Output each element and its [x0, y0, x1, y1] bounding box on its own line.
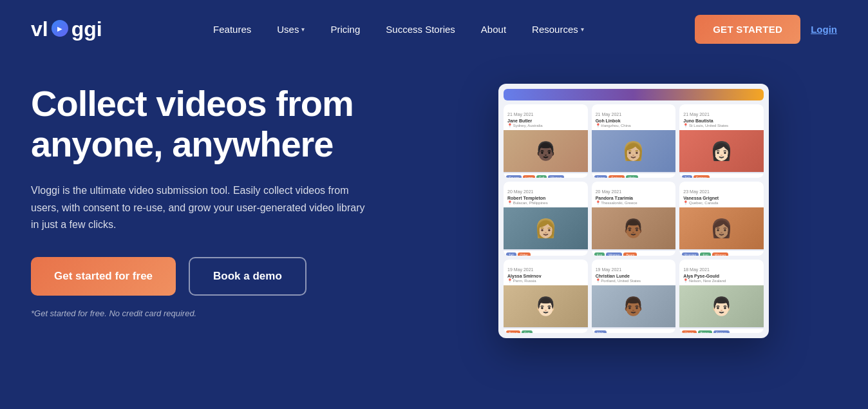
card-8-thumb: 👨🏾	[592, 285, 676, 327]
hero-content: Collect videos from anyone, anywhere Vlo…	[31, 84, 392, 318]
card-4-name: Robert Templeton	[507, 196, 584, 200]
card-6-name: Vanessa Grignet	[683, 196, 760, 200]
card-3-location: 📍 St Louis, United States	[683, 123, 760, 128]
video-card-8: 19 May 2021 Christian Lunde 📍 Portland, …	[592, 260, 676, 333]
hero-title: Collect videos from anyone, anywhere	[31, 84, 392, 164]
hero-section: Collect videos from anyone, anywhere Vlo…	[0, 58, 868, 409]
card-3-name: Juno Bautista	[683, 119, 760, 123]
logo-play-icon: ▶	[57, 25, 62, 32]
card-6-info: 23 May 2021 Vanessa Grignet 📍 Quebec, Ca…	[679, 182, 764, 207]
header: vl ▶ ggi Features Uses ▾ Pricing Success…	[0, 0, 868, 58]
card-9-tags: Dippin Bonus Serious	[679, 328, 764, 333]
card-2-thumb: 👩🏼	[592, 130, 676, 172]
card-3-info: 21 May 2021 Juno Bautista 📍 St Louis, Un…	[679, 104, 764, 130]
video-card-3: 21 May 2021 Juno Bautista 📍 St Louis, Un…	[679, 104, 764, 178]
card-5-thumb: 👨🏾	[592, 207, 676, 249]
card-9-thumb: 👨🏻	[679, 285, 764, 327]
video-card-6: 23 May 2021 Vanessa Grignet 📍 Quebec, Ca…	[679, 182, 764, 255]
card-1-tags: Square Long Full Woman	[504, 173, 588, 178]
card-5-name: Pandora Tzarimia	[596, 196, 672, 200]
logo-text-end: ggi	[71, 17, 102, 41]
top-banner	[504, 89, 764, 100]
login-button[interactable]: Login	[811, 24, 837, 35]
main-nav: Features Uses ▾ Pricing Success Stories …	[203, 19, 594, 40]
logo-text: vl	[31, 17, 48, 41]
get-started-button[interactable]: GET STARTED	[695, 15, 800, 44]
video-card-9: 18 May 2021 Alya Pyse-Gould 📍 Nelson, Ne…	[679, 260, 764, 333]
card-7-name: Alyssa Smirnov	[507, 274, 584, 278]
card-4-thumb: 👩🏼	[504, 207, 588, 249]
nav-pricing[interactable]: Pricing	[320, 19, 370, 40]
video-card-4: 20 May 2021 Robert Templeton 📍 Bulacan, …	[504, 182, 588, 255]
get-started-free-button[interactable]: Get started for free	[31, 257, 176, 296]
card-5-location: 📍 Thessaloniki, Greece	[596, 200, 672, 205]
card-2-tags: Asian Serious Male	[592, 173, 676, 178]
nav-features[interactable]: Features	[203, 19, 261, 40]
video-card-2: 21 May 2021 Goh Linbok 📍 Hangzhou, China…	[592, 104, 676, 178]
card-4-info: 20 May 2021 Robert Templeton 📍 Bulacan, …	[504, 182, 588, 207]
nav-about[interactable]: About	[471, 19, 516, 40]
nav-uses[interactable]: Uses ▾	[267, 19, 315, 40]
hero-mockup: 21 May 2021 Jane Butler 📍 Sydney, Austra…	[430, 84, 837, 338]
card-4-location: 📍 Bulacan, Philippines	[507, 200, 584, 205]
resources-chevron-icon: ▾	[581, 26, 584, 33]
card-2-name: Goh Linbok	[596, 119, 672, 123]
card-9-name: Alya Pyse-Gould	[683, 274, 760, 278]
card-5-info: 20 May 2021 Pandora Tzarimia 📍 Thessalon…	[592, 182, 676, 207]
card-3-thumb: 👩🏻	[679, 130, 764, 172]
card-1-info: 21 May 2021 Jane Butler 📍 Sydney, Austra…	[504, 104, 588, 130]
card-1-thumb: 👨🏿	[504, 130, 588, 172]
card-2-info: 21 May 2021 Goh Linbok 📍 Hangzhou, China	[592, 104, 676, 130]
card-8-location: 📍 Portland, United States	[596, 278, 672, 283]
book-demo-button[interactable]: Book a demo	[189, 257, 307, 296]
card-1-name: Jane Butler	[507, 119, 584, 123]
video-card-7: 19 May 2021 Alyssa Smirnov 📍 Perm, Russi…	[504, 260, 588, 333]
card-8-info: 19 May 2021 Christian Lunde 📍 Portland, …	[592, 260, 676, 285]
card-4-tags: Tall Older	[504, 251, 588, 255]
video-card-5: 20 May 2021 Pandora Tzarimia 📍 Thessalon…	[592, 182, 676, 255]
header-actions: GET STARTED Login	[695, 15, 837, 44]
card-7-info: 19 May 2021 Alyssa Smirnov 📍 Perm, Russi…	[504, 260, 588, 285]
card-9-info: 18 May 2021 Alya Pyse-Gould 📍 Nelson, Ne…	[679, 260, 764, 285]
disclaimer-text: *Get started for free. No credit card re…	[31, 309, 392, 318]
card-5-tags: Fun Woman Beam	[592, 251, 676, 255]
card-1-location: 📍 Sydney, Australia	[507, 123, 584, 128]
hero-buttons: Get started for free Book a demo	[31, 257, 392, 296]
card-9-location: 📍 Nelson, New Zealand	[683, 278, 760, 283]
uses-chevron-icon: ▾	[301, 26, 305, 33]
card-7-thumb: 👨🏻	[504, 285, 588, 327]
card-7-tags: Bonus Fun	[504, 328, 588, 333]
nav-resources[interactable]: Resources ▾	[522, 19, 594, 40]
video-grid: 21 May 2021 Jane Butler 📍 Sydney, Austra…	[498, 84, 769, 338]
card-6-tags: Russian Fun Woman	[679, 251, 764, 255]
card-2-location: 📍 Hangzhou, China	[596, 123, 672, 128]
card-8-tags: Male	[592, 328, 676, 333]
hero-description: Vloggi is the ultimate video submission …	[31, 182, 366, 233]
card-6-location: 📍 Quebec, Canada	[683, 200, 760, 205]
card-3-tags: Tall Serious	[679, 173, 764, 178]
nav-success-stories[interactable]: Success Stories	[375, 19, 466, 40]
logo[interactable]: vl ▶ ggi	[31, 17, 102, 41]
card-8-name: Christian Lunde	[596, 274, 672, 278]
card-6-thumb: 👩🏽	[679, 207, 764, 249]
logo-circle-icon: ▶	[52, 20, 68, 37]
video-card-1: 21 May 2021 Jane Butler 📍 Sydney, Austra…	[504, 104, 588, 178]
card-7-location: 📍 Perm, Russia	[507, 278, 584, 283]
